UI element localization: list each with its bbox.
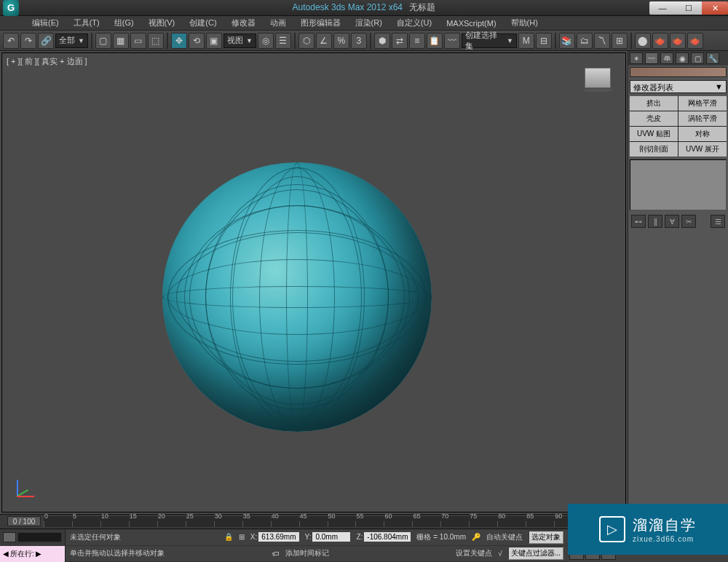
selset-label: 创建选择集: [465, 30, 504, 52]
align-button[interactable]: ≡: [409, 33, 425, 49]
undo-button[interactable]: ↶: [3, 33, 19, 49]
script-mini[interactable]: [0, 529, 65, 546]
viewport[interactable]: [ + ][ 前 ][ 真实 + 边面 ]: [1, 52, 626, 512]
schematic-button[interactable]: ⊞: [612, 33, 628, 49]
mod-slice[interactable]: 剖切剖面: [630, 142, 678, 157]
keymode-dropdown[interactable]: 选定对象: [529, 531, 563, 544]
viewcube[interactable]: [585, 68, 611, 88]
x-label: X:: [250, 533, 257, 541]
move-button[interactable]: ✥: [171, 33, 187, 49]
z-input[interactable]: -106.804mm: [364, 532, 411, 542]
watermark-logo-icon: ▷: [599, 516, 625, 542]
title-bar: G Autodesk 3ds Max 2012 x64 无标题 — ☐ ✕: [0, 0, 728, 16]
menu-tools[interactable]: 工具(T): [66, 17, 107, 28]
curve-editor-button[interactable]: 〰: [444, 33, 460, 49]
command-tabs: ✶ 〰 𐄷 ◉ ▢ 🔧: [628, 51, 728, 66]
menu-render[interactable]: 渲染(R): [348, 17, 389, 28]
configure-button[interactable]: ☰: [711, 215, 725, 228]
frame-indicator[interactable]: 0 / 100: [7, 516, 41, 526]
tab-display[interactable]: ▢: [691, 52, 704, 64]
tab-hierarchy[interactable]: 𐄷: [660, 52, 673, 64]
remove-mod-button[interactable]: ✂: [681, 215, 696, 228]
stack-tools: ⊷ ‖ ∀ ✂ ☰: [628, 212, 728, 231]
render-button[interactable]: 🫖: [687, 33, 703, 49]
menu-anim[interactable]: 动画: [263, 17, 293, 28]
minimize-button[interactable]: —: [649, 1, 676, 15]
make-unique-button[interactable]: ∀: [665, 215, 679, 228]
viewport-label[interactable]: [ + ][ 前 ][ 真实 + 边面 ]: [7, 56, 87, 67]
script-row[interactable]: ◀所在行:▶: [0, 546, 65, 563]
redo-button[interactable]: ↷: [20, 33, 36, 49]
render-setup-button[interactable]: 🫖: [652, 33, 668, 49]
object-color-swatch[interactable]: [630, 67, 727, 77]
window-crossing-button[interactable]: ⬚: [148, 33, 164, 49]
angle-snap-button[interactable]: ∠: [316, 33, 332, 49]
y-input[interactable]: 0.0mm: [312, 532, 350, 542]
menu-view[interactable]: 视图(V): [141, 17, 183, 28]
manip-button[interactable]: ☰: [275, 33, 291, 49]
timeline-ruler[interactable]: 051015202530354045505560657075808590: [44, 516, 582, 527]
tab-create[interactable]: ✶: [630, 52, 643, 64]
mod-meshsmooth[interactable]: 网格平滑: [678, 96, 727, 111]
menu-modifier[interactable]: 修改器: [224, 17, 263, 28]
command-panel: ✶ 〰 𐄷 ◉ ▢ 🔧 修改器列表▼ 挤出 网格平滑 壳皮 涡轮平滑 UVW 贴…: [628, 51, 728, 514]
menu-edit[interactable]: 编辑(E): [25, 17, 66, 28]
pivot-button[interactable]: ◎: [258, 33, 274, 49]
mod-symmetry[interactable]: 对称: [678, 127, 727, 141]
menu-maxscript[interactable]: MAXScript(M): [439, 19, 503, 28]
pin-stack-button[interactable]: ⊷: [631, 215, 646, 228]
script-input[interactable]: [17, 532, 62, 542]
mirror-button[interactable]: ⇄: [392, 33, 408, 49]
setkey-button[interactable]: 设置关键点: [456, 548, 492, 558]
mod-extrude[interactable]: 挤出: [630, 96, 678, 111]
tab-modify[interactable]: 〰: [645, 52, 658, 64]
percent-snap-button[interactable]: %: [333, 33, 349, 49]
menu-custom[interactable]: 自定义(U): [389, 17, 439, 28]
refcoord-dropdown[interactable]: 视图▼: [223, 33, 256, 48]
show-end-button[interactable]: ‖: [648, 215, 662, 228]
app-icon[interactable]: G: [3, 0, 19, 16]
layers-button[interactable]: 📚: [559, 33, 575, 49]
tab-motion[interactable]: ◉: [676, 52, 689, 64]
menu-group[interactable]: 组(G): [107, 17, 141, 28]
modifier-stack[interactable]: [630, 159, 727, 210]
graphite-button[interactable]: 🗂: [577, 33, 593, 49]
menu-help[interactable]: 帮助(H): [504, 17, 545, 28]
tab-utilities[interactable]: 🔧: [706, 52, 719, 64]
x-input[interactable]: 613.69mm: [258, 532, 298, 542]
mod-turbosmooth[interactable]: 涡轮平滑: [678, 111, 727, 126]
named-sel-button[interactable]: ⬢: [374, 33, 390, 49]
axis-x-icon: [17, 496, 34, 497]
sphere-object[interactable]: [162, 162, 432, 432]
layer-button[interactable]: 📋: [427, 33, 443, 49]
align2-button[interactable]: ⊟: [536, 33, 552, 49]
rotate-button[interactable]: ⟲: [189, 33, 205, 49]
link-button[interactable]: 🔗: [38, 33, 54, 49]
curve-button[interactable]: 〽: [594, 33, 610, 49]
keyfilter-button[interactable]: 关键点过滤器...: [508, 547, 563, 560]
filter-dropdown[interactable]: 全部▼: [55, 33, 88, 48]
mirror2-button[interactable]: M: [518, 33, 534, 49]
script-row-label: 所在行:: [10, 549, 34, 559]
modifier-list-dropdown[interactable]: 修改器列表▼: [630, 80, 727, 93]
select-button[interactable]: ▢: [95, 33, 111, 49]
mod-uvwmap[interactable]: UVW 贴图: [630, 127, 678, 141]
menu-grapheditor[interactable]: 图形编辑器: [293, 17, 348, 28]
select-name-button[interactable]: ▦: [113, 33, 129, 49]
maximize-button[interactable]: ☐: [676, 1, 702, 15]
material-button[interactable]: ⬤: [635, 33, 651, 49]
snap-button[interactable]: ⬡: [298, 33, 314, 49]
close-button[interactable]: ✕: [702, 1, 728, 15]
mod-shell[interactable]: 壳皮: [630, 111, 678, 126]
rect-select-button[interactable]: ▭: [130, 33, 146, 49]
scale-button[interactable]: ▣: [206, 33, 222, 49]
selection-status: 未选定任何对象: [70, 532, 121, 542]
mod-unwrap[interactable]: UVW 展开: [678, 142, 727, 157]
script-icon[interactable]: [3, 532, 16, 542]
add-time-tag-button[interactable]: 添加时间标记: [285, 548, 329, 558]
menu-create[interactable]: 创建(C): [182, 17, 223, 28]
selset-dropdown[interactable]: 创建选择集▼: [462, 33, 517, 48]
render-frame-button[interactable]: 🫖: [670, 33, 686, 49]
spinner-snap-button[interactable]: 3: [351, 33, 367, 49]
autokey-button[interactable]: 自动关键点: [486, 532, 523, 542]
